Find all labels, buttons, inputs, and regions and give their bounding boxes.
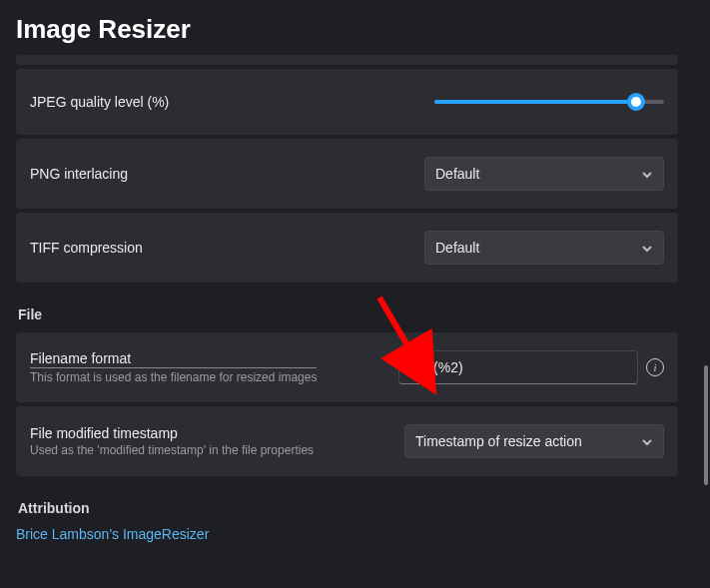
row-file-modified-timestamp: File modified timestamp Used as the 'mod… [16,406,678,476]
jpeg-quality-slider[interactable] [434,94,664,110]
png-interlacing-value: Default [435,166,479,182]
png-interlacing-label: PNG interlacing [30,166,128,182]
attribution-link[interactable]: Brice Lambson's ImageResizer [16,526,209,542]
filename-format-input[interactable] [398,350,638,384]
info-icon[interactable]: i [646,358,664,376]
chevron-down-icon [641,242,653,254]
row-jpeg-quality: JPEG quality level (%) [16,69,678,135]
settings-content: JPEG quality level (%) PNG interlacing D… [0,55,694,542]
section-attribution: Attribution [18,500,678,516]
chevron-down-icon [641,168,653,180]
file-timestamp-select[interactable]: Timestamp of resize action [404,424,664,458]
scrollbar-thumb[interactable] [704,365,708,485]
row-tiff-compression: TIFF compression Default [16,213,678,283]
file-timestamp-label: File modified timestamp [30,425,314,441]
file-timestamp-value: Timestamp of resize action [415,433,582,449]
jpeg-quality-label: JPEG quality level (%) [30,94,169,110]
row-filename-format: Filename format This format is used as t… [16,332,678,402]
png-interlacing-select[interactable]: Default [424,157,664,191]
file-timestamp-description: Used as the 'modified timestamp' in the … [30,443,314,457]
chevron-down-icon [641,435,653,447]
page-title: Image Resizer [0,0,710,55]
scrollbar[interactable] [698,66,710,588]
previous-row-edge [16,55,678,65]
tiff-compression-select[interactable]: Default [424,231,664,265]
filename-format-label: Filename format [30,350,317,368]
row-png-interlacing: PNG interlacing Default [16,139,678,209]
filename-format-description: This format is used as the filename for … [30,370,317,384]
section-file: File [18,306,678,322]
tiff-compression-label: TIFF compression [30,240,143,256]
tiff-compression-value: Default [435,240,479,256]
